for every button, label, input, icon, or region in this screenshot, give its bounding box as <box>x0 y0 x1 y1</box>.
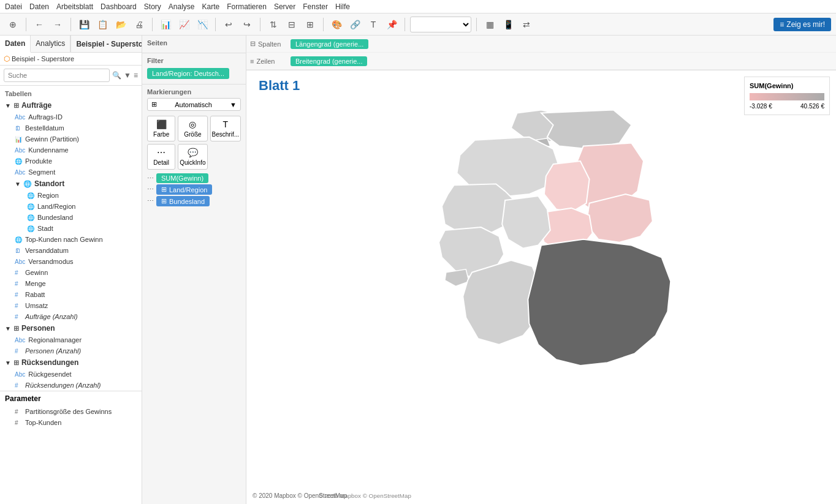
section-ruecksendungen[interactable]: ▼ ⊞ Rücksendungen <box>0 356 142 369</box>
beschrift-icon: T <box>222 119 228 129</box>
pill-chip-land[interactable]: ⊞ Land/Region <box>156 184 212 195</box>
field-name: Rückgesendet <box>28 370 71 378</box>
pill-chip-bundesland[interactable]: ⊞ Bundesland <box>156 196 210 206</box>
field-produkte[interactable]: 🌐 Produkte <box>0 156 142 167</box>
list-icon[interactable]: ≡ <box>134 71 138 80</box>
mark-btn-quickinfo[interactable]: 💬 QuickInfo <box>178 144 207 170</box>
spalten-chip[interactable]: Längengrad (generie... <box>291 39 368 49</box>
field-bundesland[interactable]: 🌐 Bundesland <box>0 212 142 223</box>
filter-icon[interactable]: ▼ <box>124 71 131 80</box>
color-button[interactable]: 🎨 <box>329 17 344 32</box>
sachsen[interactable] <box>587 194 653 243</box>
right-area: ⊟ Spalten Längengrad (generie... ≡ Zeile… <box>246 36 836 504</box>
section-auftraege[interactable]: ▼ ⊞ Aufträge <box>0 99 142 111</box>
view-button[interactable]: ▦ <box>482 17 498 32</box>
link-button[interactable]: 🔗 <box>347 17 363 32</box>
menu-server[interactable]: Server <box>274 2 295 11</box>
menu-hilfe[interactable]: Hilfe <box>335 2 350 11</box>
field-gewinn[interactable]: # Gewinn <box>0 267 142 278</box>
show-me-button[interactable]: ≡ Zeig es mir! <box>773 18 831 31</box>
chart3-button[interactable]: 📉 <box>194 17 210 32</box>
filter-button[interactable]: ⊟ <box>284 17 300 32</box>
pill-chip-gewinn[interactable]: SUM(Gewinn) <box>156 173 208 183</box>
back-button[interactable]: ← <box>31 17 47 32</box>
pill-bundesland-icon: ⊞ <box>161 197 167 205</box>
field-stadt[interactable]: 🌐 Stadt <box>0 223 142 234</box>
section-personen[interactable]: ▼ ⊞ Personen <box>0 322 142 334</box>
toolbar-sep-2 <box>70 18 71 31</box>
field-auftraege-anzahl[interactable]: # Aufträge (Anzahl) <box>0 311 142 322</box>
saarland[interactable] <box>445 269 469 287</box>
text-button[interactable]: T <box>365 17 381 32</box>
menu-analyse[interactable]: Analyse <box>169 2 195 11</box>
rows-icon: ≡ <box>250 58 254 65</box>
tables-header-label: Tabellen <box>5 90 32 97</box>
field-rueckgesendet[interactable]: Abc Rückgesendet <box>0 369 142 380</box>
group-button[interactable]: ⊞ <box>302 17 318 32</box>
field-segment[interactable]: Abc Segment <box>0 167 142 178</box>
field-versandmodus[interactable]: Abc Versandmodus <box>0 256 142 267</box>
menu-datei[interactable]: Datei <box>5 2 22 11</box>
menu-daten[interactable]: Daten <box>29 2 49 11</box>
field-name: Bundesland <box>37 214 73 221</box>
device-button[interactable]: 📱 <box>500 17 516 32</box>
field-rabatt[interactable]: # Rabatt <box>0 289 142 300</box>
menu-arbeitsblatt[interactable]: Arbeitsblatt <box>56 2 93 11</box>
menu-story[interactable]: Story <box>144 2 161 11</box>
zeilen-chip[interactable]: Breitengrad (generie... <box>291 56 367 66</box>
field-menge[interactable]: # Menge <box>0 278 142 289</box>
menu-formatieren[interactable]: Formatieren <box>227 2 267 11</box>
print-button[interactable]: 🖨 <box>131 17 147 32</box>
mark-btn-farbe[interactable]: ⬛ Farbe <box>147 116 175 141</box>
mark-btn-groesse[interactable]: ◎ Größe <box>178 116 207 141</box>
canvas-area: Blatt 1 <box>246 70 836 504</box>
search-icon[interactable]: 🔍 <box>112 71 121 80</box>
field-bestelldatum[interactable]: 🗓 Bestelldatum <box>0 122 142 134</box>
mark-type-dropdown[interactable]: ⊞ Automatisch ▼ <box>147 98 241 111</box>
field-auftrags-id[interactable]: Abc Auftrags-ID <box>0 111 142 122</box>
param-partitionsgroesse[interactable]: # Partitionsgröße des Gewinns <box>0 406 142 417</box>
field-versanddatum[interactable]: 🗓 Versanddatum <box>0 245 142 256</box>
chart-button[interactable]: 📊 <box>158 17 173 32</box>
field-top-kunden[interactable]: 🌐 Top-Kunden nach Gewinn <box>0 234 142 245</box>
pin-button[interactable]: 📌 <box>384 17 400 32</box>
search-input[interactable] <box>4 69 110 82</box>
field-regionalmanager[interactable]: Abc Regionalmanager <box>0 334 142 345</box>
mecklenburg-vorpommern[interactable] <box>541 110 631 149</box>
section-standort[interactable]: ▼ 🌐 Standort <box>0 178 142 190</box>
share-button[interactable]: ⇄ <box>519 17 534 32</box>
mark-btn-detail[interactable]: ⋯ Detail <box>147 144 175 170</box>
globe-icon: 🌐 <box>15 158 22 165</box>
field-region[interactable]: 🌐 Region <box>0 190 142 201</box>
new-button[interactable]: 📋 <box>94 17 110 32</box>
mark-btn-beschrift[interactable]: T Beschrif... <box>210 116 241 141</box>
menu-karte[interactable]: Karte <box>202 2 220 11</box>
forward-button[interactable]: → <box>50 17 66 32</box>
chart2-button[interactable]: 📈 <box>176 17 192 32</box>
param-top-kunden[interactable]: # Top-Kunden <box>0 417 142 428</box>
datasource-select[interactable]: Beispiel - Superstore <box>74 39 142 49</box>
datasource-name[interactable]: Beispiel - Superstore <box>12 55 74 62</box>
show-me-label: Zeig es mir! <box>786 20 825 29</box>
open-button[interactable]: 📂 <box>113 17 129 32</box>
home-button[interactable]: ⊕ <box>5 17 21 32</box>
field-umsatz[interactable]: # Umsatz <box>0 300 142 311</box>
redo-button[interactable]: ↪ <box>239 17 255 32</box>
zeilen-label: ≡ Zeilen <box>250 58 287 65</box>
field-kundenname[interactable]: Abc Kundenname <box>0 145 142 156</box>
field-land-region[interactable]: 🌐 Land/Region <box>0 201 142 212</box>
tab-analytics[interactable]: Analytics <box>31 36 70 52</box>
field-ruecksendungen-anzahl[interactable]: # Rücksendungen (Anzahl) <box>0 380 142 391</box>
field-gewinn-partition[interactable]: 📊 Gewinn (Partition) <box>0 134 142 145</box>
undo-button[interactable]: ↩ <box>221 17 237 32</box>
filter-chip[interactable]: Land/Region: Deutsch... <box>147 68 229 79</box>
bayern[interactable] <box>528 239 671 366</box>
field-personen-anzahl[interactable]: # Personen (Anzahl) <box>0 345 142 356</box>
sort-button[interactable]: ⇅ <box>265 17 281 32</box>
menu-fenster[interactable]: Fenster <box>303 2 328 11</box>
sachsen-anhalt[interactable] <box>544 161 590 213</box>
menu-dashboard[interactable]: Dashboard <box>101 2 137 11</box>
tab-daten[interactable]: Daten <box>0 36 31 53</box>
save-button[interactable]: 💾 <box>76 17 92 32</box>
style-dropdown[interactable] <box>410 17 471 32</box>
